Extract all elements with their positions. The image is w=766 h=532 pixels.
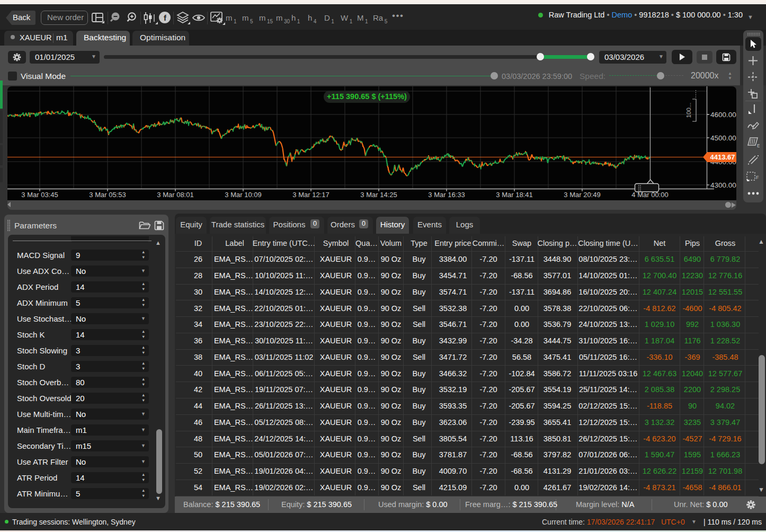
svg-text:4600.00: 4600.00 bbox=[710, 111, 736, 119]
svg-text:3 Mar 05:53: 3 Mar 05:53 bbox=[89, 191, 126, 199]
svg-text:3 Mar 14:25: 3 Mar 14:25 bbox=[360, 191, 397, 199]
svg-text:F: F bbox=[756, 175, 759, 180]
svg-text:3 Mar 20:49: 3 Mar 20:49 bbox=[564, 191, 600, 199]
svg-text:3 Mar 16:33: 3 Mar 16:33 bbox=[428, 191, 465, 199]
svg-text:3 Mar 08:01: 3 Mar 08:01 bbox=[157, 191, 193, 199]
svg-text:3 Mar 18:41: 3 Mar 18:41 bbox=[496, 191, 532, 199]
svg-text:3 Mar 12:17: 3 Mar 12:17 bbox=[292, 191, 329, 199]
svg-text:4413.67: 4413.67 bbox=[710, 153, 735, 161]
svg-text:3 Mar 03:45: 3 Mar 03:45 bbox=[21, 191, 58, 199]
svg-text:E: E bbox=[757, 143, 760, 148]
svg-text:+115 390.65 $ (+115%): +115 390.65 $ (+115%) bbox=[327, 92, 407, 101]
svg-text:3 Mar 10:09: 3 Mar 10:09 bbox=[225, 191, 261, 199]
svg-text:100...: 100... bbox=[685, 103, 692, 118]
svg-text:4300.00: 4300.00 bbox=[710, 181, 736, 189]
svg-text:4500.00: 4500.00 bbox=[710, 134, 736, 142]
